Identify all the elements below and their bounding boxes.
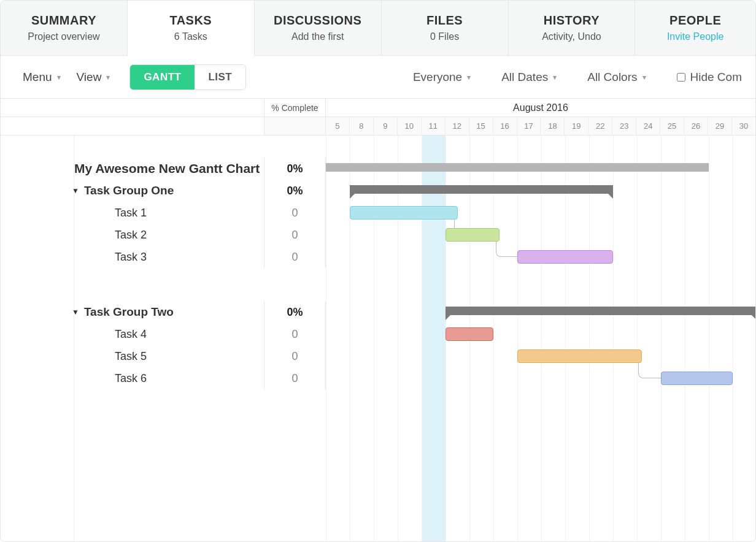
tab-files[interactable]: FILES 0 Files (382, 1, 509, 55)
cell-chart (326, 301, 755, 323)
tab-subtitle: 0 Files (430, 31, 459, 42)
task-pct: 0 (264, 246, 326, 268)
hide-completed-toggle[interactable]: Hide Com (677, 71, 742, 84)
task-bar[interactable] (350, 206, 458, 219)
hide-completed-checkbox[interactable] (677, 73, 685, 82)
project-pct: 0% (264, 158, 326, 180)
group-bar[interactable] (446, 307, 756, 315)
day-cell: 9 (373, 117, 397, 135)
tab-subtitle: Add the first (291, 31, 344, 42)
pct-complete-header: % Complete (264, 99, 326, 116)
task-bar[interactable] (517, 250, 613, 264)
task-name: Task 6 (1, 367, 264, 389)
tab-discussions[interactable]: DISCUSSIONS Add the first (255, 1, 382, 55)
tab-title: FILES (426, 13, 463, 28)
chevron-down-icon: ▾ (106, 73, 110, 82)
day-columns: 589101112151617181922232425262930 (326, 117, 755, 135)
tab-summary[interactable]: SUMMARY Project overview (1, 1, 128, 55)
summary-bar[interactable] (326, 163, 709, 172)
day-cell: 11 (421, 117, 445, 135)
task-bar[interactable] (517, 349, 642, 363)
group-name: ▼Task Group One (1, 180, 264, 202)
tab-history[interactable]: HISTORY Activity, Undo (509, 1, 636, 55)
project-row[interactable]: My Awesome New Gantt Chart 0% (1, 158, 755, 180)
task-name: Task 5 (1, 345, 264, 367)
task-row[interactable]: Task 2 0 (1, 224, 755, 246)
header-month-row: % Complete August 2016 (1, 99, 755, 117)
task-bar[interactable] (661, 372, 733, 385)
tab-title: PEOPLE (669, 13, 721, 28)
cell-chart (326, 367, 755, 389)
tab-title: TASKS (169, 13, 212, 28)
tab-tasks[interactable]: TASKS 6 Tasks (128, 1, 255, 56)
day-cell: 12 (445, 117, 469, 135)
view-mode-segmented: GANTT LIST (129, 64, 246, 90)
tab-title: HISTORY (544, 13, 600, 28)
day-cell: 25 (660, 117, 684, 135)
task-bar[interactable] (446, 327, 493, 341)
group-row[interactable]: ▼Task Group One 0% (1, 180, 755, 202)
tab-title: SUMMARY (31, 13, 96, 28)
tab-people[interactable]: PEOPLE Invite People (635, 1, 755, 55)
gantt-grid: % Complete August 2016 58910111215161718… (1, 99, 755, 541)
chevron-down-icon: ▾ (553, 73, 557, 82)
dates-filter[interactable]: All Dates ▾ (501, 71, 557, 84)
tab-title: DISCUSSIONS (274, 13, 361, 28)
top-tabs: SUMMARY Project overview TASKS 6 Tasks D… (1, 1, 755, 56)
task-name: Task 4 (1, 323, 264, 345)
header-day-row: 589101112151617181922232425262930 (1, 117, 755, 136)
day-cell: 30 (731, 117, 755, 135)
day-cell: 10 (397, 117, 421, 135)
menu-dropdown[interactable]: Menu ▾ (23, 71, 61, 84)
task-pct: 0 (264, 345, 326, 367)
day-cell: 29 (708, 117, 731, 135)
day-cell: 5 (326, 117, 349, 135)
task-row[interactable]: Task 3 0 (1, 246, 755, 268)
group-bar[interactable] (350, 185, 613, 194)
gantt-button[interactable]: GANTT (130, 65, 195, 90)
hide-completed-label: Hide Com (690, 71, 742, 84)
view-dropdown[interactable]: View ▾ (77, 71, 110, 84)
tab-subtitle: Invite People (667, 31, 724, 42)
project-name: My Awesome New Gantt Chart (1, 158, 264, 180)
day-cell: 8 (349, 117, 373, 135)
task-pct: 0 (264, 323, 326, 345)
day-cell: 15 (469, 117, 493, 135)
gantt-body: My Awesome New Gantt Chart 0% ▼Task Grou… (1, 136, 755, 541)
day-cell: 16 (493, 117, 517, 135)
chevron-down-icon: ▾ (642, 73, 646, 82)
pct-header-spacer (264, 117, 326, 135)
collapse-triangle-icon[interactable]: ▼ (72, 308, 79, 316)
cell-chart (326, 224, 755, 246)
collapse-triangle-icon[interactable]: ▼ (72, 186, 79, 195)
people-filter[interactable]: Everyone ▾ (413, 71, 471, 84)
chevron-down-icon: ▾ (57, 73, 61, 82)
day-cell: 17 (517, 117, 541, 135)
task-bar[interactable] (446, 228, 500, 242)
day-cell: 19 (564, 117, 588, 135)
task-pct: 0 (264, 224, 326, 246)
group-row[interactable]: ▼Task Group Two 0% (1, 301, 755, 323)
task-pct: 0 (264, 202, 326, 224)
cell-chart (326, 323, 755, 345)
left-divider (74, 136, 74, 541)
day-cell: 24 (636, 117, 660, 135)
filter-label: All Colors (587, 71, 637, 84)
toolbar: Menu ▾ View ▾ GANTT LIST Everyone ▾ All … (1, 56, 755, 99)
tab-subtitle: 6 Tasks (174, 31, 207, 42)
header-left-spacer (1, 99, 264, 116)
list-button[interactable]: LIST (195, 65, 245, 90)
group-pct: 0% (264, 301, 326, 323)
task-name: Task 3 (1, 246, 264, 268)
month-label: August 2016 (326, 99, 755, 116)
header-left-spacer (1, 117, 264, 135)
task-row[interactable]: Task 4 0 (1, 323, 755, 345)
task-name: Task 1 (1, 202, 264, 224)
cell-chart (326, 158, 755, 180)
colors-filter[interactable]: All Colors ▾ (587, 71, 646, 84)
view-label: View (77, 71, 102, 84)
day-cell: 26 (684, 117, 708, 135)
task-row[interactable]: Task 1 0 (1, 202, 755, 224)
task-pct: 0 (264, 367, 326, 389)
cell-chart (326, 345, 755, 367)
